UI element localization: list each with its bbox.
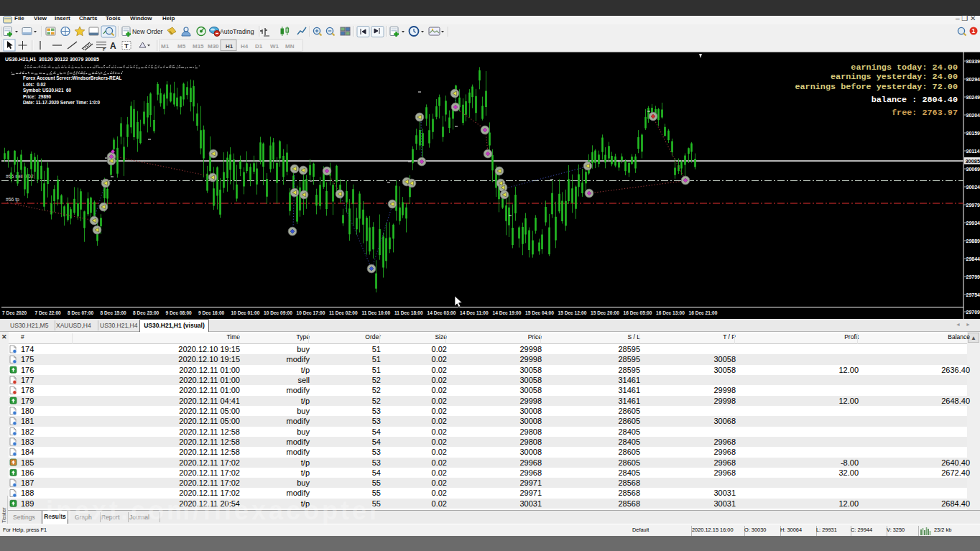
svg-text:29889: 29889	[966, 239, 980, 244]
svg-text:Forex Account Server:WindsorBr: Forex Account Server:WindsorBrokers-REAL	[23, 75, 122, 80]
svg-text:9 Dec 16:00: 9 Dec 16:00	[198, 310, 225, 315]
svg-text:D1: D1	[255, 43, 263, 50]
svg-text:30085: 30085	[966, 158, 980, 165]
svg-text:30249: 30249	[966, 95, 980, 100]
svg-text:8 Dec 23:00: 8 Dec 23:00	[133, 310, 160, 315]
svg-text:15 Dec 20:00: 15 Dec 20:00	[591, 310, 619, 315]
svg-text:A: A	[110, 41, 116, 51]
svg-text:H4: H4	[241, 43, 249, 50]
svg-text:New Order: New Order	[132, 28, 163, 35]
svg-text:US30.H21,H1 30120 30122 30079: US30.H21,H1 30120 30122 30079 30085	[5, 57, 99, 62]
svg-text:29844: 29844	[966, 256, 980, 261]
svg-text:10 Dec 17:00: 10 Dec 17:00	[297, 310, 325, 315]
svg-text:Lots: 0.02: Lots: 0.02	[23, 82, 46, 87]
svg-text:16 Dec 21:00: 16 Dec 21:00	[689, 310, 718, 315]
svg-text:30339: 30339	[966, 59, 980, 64]
svg-text:10 Dec 09:00: 10 Dec 09:00	[264, 310, 292, 315]
svg-text:7 Dec 2020: 7 Dec 2020	[2, 310, 27, 315]
svg-text:30024: 30024	[966, 185, 980, 190]
svg-text:earnings yesterday: 24.00: earnings yesterday: 24.00	[831, 72, 958, 82]
svg-text:balance : 2804.40: balance : 2804.40	[872, 95, 958, 105]
svg-text:M5: M5	[177, 43, 186, 50]
svg-text:8 Dec 15:00: 8 Dec 15:00	[101, 310, 127, 315]
svg-text:T: T	[124, 42, 129, 50]
svg-text:W1: W1	[270, 43, 279, 50]
svg-text:AutoTrading: AutoTrading	[220, 28, 254, 35]
svg-text:H1: H1	[226, 43, 234, 50]
svg-text:earnings before yesterday: 72.: earnings before yesterday: 72.00	[795, 82, 958, 92]
svg-text:16 Dec 13:00: 16 Dec 13:00	[656, 310, 685, 315]
svg-text:16 Dec 05:00: 16 Dec 05:00	[624, 310, 652, 315]
svg-text:30159: 30159	[966, 131, 980, 136]
svg-text:30114: 30114	[966, 149, 980, 154]
svg-text:29979: 29979	[966, 203, 980, 208]
svg-text:11 Dec 10:00: 11 Dec 10:00	[362, 310, 391, 315]
svg-text:free: 2763.97: free: 2763.97	[892, 108, 958, 118]
svg-text:11 Dec 02:00: 11 Dec 02:00	[329, 310, 358, 315]
svg-text:MN: MN	[285, 43, 295, 50]
svg-text:29709: 29709	[966, 310, 980, 315]
svg-text:F: F	[103, 47, 106, 52]
svg-text:30069: 30069	[966, 167, 980, 172]
svg-text:Date: 11-17-2020 Server Time:: Date: 11-17-2020 Server Time: 1:0:0	[23, 100, 101, 105]
svg-text:14 Dec 03:00: 14 Dec 03:00	[427, 310, 456, 315]
svg-text:14 Dec 19:00: 14 Dec 19:00	[493, 310, 522, 315]
svg-text:29934: 29934	[966, 221, 980, 226]
svg-text:15 Dec 04:00: 15 Dec 04:00	[525, 310, 554, 315]
svg-text:1: 1	[972, 27, 976, 34]
svg-text:14 Dec 11:00: 14 Dec 11:00	[460, 310, 489, 315]
svg-text:Price: 29890: Price: 29890	[23, 94, 52, 99]
svg-text:#66 sell 0.02: #66 sell 0.02	[6, 174, 34, 179]
svg-text:M1: M1	[161, 43, 170, 50]
svg-text:29754: 29754	[966, 292, 980, 297]
svg-text:earnings today: 24.00: earnings today: 24.00	[851, 62, 958, 73]
svg-text:M30: M30	[208, 43, 219, 50]
svg-text:30204: 30204	[966, 113, 980, 118]
svg-text:7 Dec 22:00: 7 Dec 22:00	[35, 310, 62, 315]
svg-text:30294: 30294	[966, 77, 980, 82]
svg-text:10 Dec 01:00: 10 Dec 01:00	[231, 310, 260, 315]
svg-text:8 Dec 07:00: 8 Dec 07:00	[68, 310, 94, 315]
svg-text:15 Dec 12:00: 15 Dec 12:00	[558, 310, 587, 315]
svg-text:M15: M15	[193, 43, 204, 50]
svg-text:11 Dec 18:00: 11 Dec 18:00	[394, 310, 423, 315]
svg-text:Symbol: US30.H21 60: Symbol: US30.H21 60	[23, 88, 72, 93]
svg-text:#66 tp: #66 tp	[6, 197, 19, 203]
svg-text:9 Dec 08:00: 9 Dec 08:00	[166, 310, 193, 315]
svg-text:29799: 29799	[966, 274, 980, 279]
